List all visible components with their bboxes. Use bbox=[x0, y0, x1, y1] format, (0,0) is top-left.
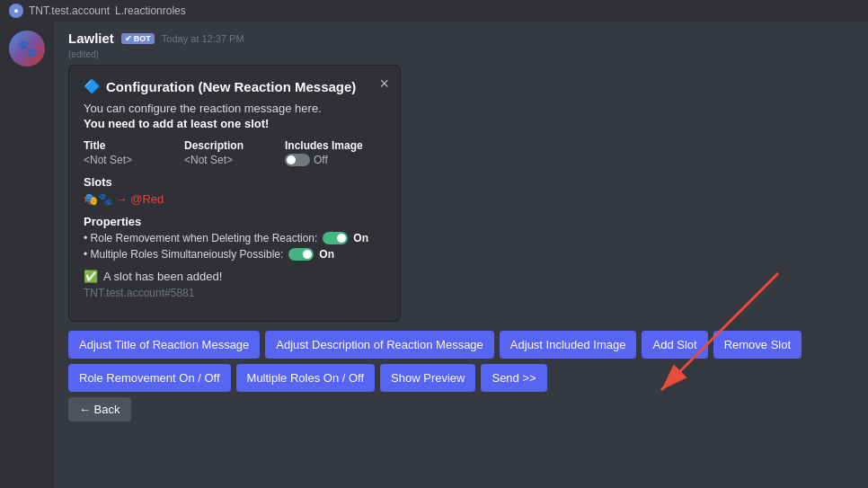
success-text: A slot has been added! bbox=[103, 270, 222, 283]
info-table: Title Description Includes Image <Not Se… bbox=[84, 139, 385, 166]
success-message: ✅ A slot has been added! bbox=[84, 270, 385, 283]
toggle-on-2 bbox=[288, 248, 314, 261]
prop1-text: • Role Removement when Deleting the Reac… bbox=[84, 232, 317, 244]
account-name: TNT.test.account bbox=[29, 4, 110, 17]
message-header: Lawliet ✔ BOT Today at 12:37 PM bbox=[68, 31, 854, 46]
card-title-icon: 🔷 bbox=[84, 78, 101, 94]
chat-area: 🐾 Lawliet ✔ BOT Today at 12:37 PM (edite… bbox=[0, 22, 868, 488]
role-removement-button[interactable]: Role Removement On / Off bbox=[68, 364, 231, 392]
col-image-header: Includes Image bbox=[285, 139, 385, 152]
checkmark-icon: ✔ bbox=[125, 34, 132, 43]
card-desc1: You can configure the reaction message h… bbox=[84, 102, 385, 115]
card-desc2: You need to add at least one slot! bbox=[84, 117, 385, 130]
timestamp: Today at 12:37 PM bbox=[162, 33, 244, 44]
multiple-roles-button[interactable]: Multiple Roles On / Off bbox=[236, 364, 376, 392]
message-area: Lawliet ✔ BOT Today at 12:37 PM (edited)… bbox=[54, 22, 868, 488]
card-title: 🔷 Configuration (New Reaction Message) bbox=[84, 78, 385, 94]
discord-icon: ● bbox=[9, 4, 23, 18]
adjust-description-button[interactable]: Adjust Description of Reaction Message bbox=[265, 331, 494, 359]
col-title-value: <Not Set> bbox=[84, 154, 184, 166]
button-row-1: Adjust Title of Reaction Message Adjust … bbox=[68, 331, 854, 359]
edited-tag: (edited) bbox=[68, 49, 854, 59]
top-bar: ● TNT.test.account L.reactionroles bbox=[0, 0, 868, 22]
success-icon: ✅ bbox=[84, 270, 98, 283]
sidebar: 🐾 bbox=[0, 22, 54, 488]
button-row-2: Role Removement On / Off Multiple Roles … bbox=[68, 364, 854, 392]
show-preview-button[interactable]: Show Preview bbox=[380, 364, 475, 392]
remove-slot-button[interactable]: Remove Slot bbox=[713, 331, 802, 359]
property-role-removement: • Role Removement when Deleting the Reac… bbox=[84, 232, 385, 244]
prop1-status: On bbox=[353, 232, 368, 244]
slots-title: Slots bbox=[84, 175, 385, 189]
toggle-off-circle bbox=[285, 154, 310, 166]
prop2-status: On bbox=[319, 248, 334, 261]
property-multiple-roles: • Multiple Roles Simultaneiously Possibl… bbox=[84, 248, 385, 261]
col-desc-value: <Not Set> bbox=[184, 154, 285, 166]
channel-name: L.reactionroles bbox=[115, 4, 186, 17]
adjust-title-button[interactable]: Adjust Title of Reaction Message bbox=[68, 331, 260, 359]
avatar: 🐾 bbox=[9, 31, 45, 67]
adjust-image-button[interactable]: Adjust Included Image bbox=[500, 331, 637, 359]
toggle-on-1 bbox=[323, 232, 348, 244]
send-button[interactable]: Send >> bbox=[481, 364, 546, 392]
slot-emoji: 🎭🐾 → bbox=[84, 192, 130, 206]
col-desc-header: Description bbox=[184, 139, 285, 152]
toggle-image: Off bbox=[285, 154, 385, 166]
slot-entry: 🎭🐾 → @Red bbox=[84, 192, 385, 206]
avatar-emoji: 🐾 bbox=[17, 39, 37, 58]
bot-badge: ✔ BOT bbox=[121, 33, 155, 44]
slot-role: @Red bbox=[130, 192, 164, 206]
user-tag: TNT.test.account#5881 bbox=[84, 287, 385, 299]
prop2-text: • Multiple Roles Simultaneiously Possibl… bbox=[84, 248, 283, 261]
button-row-3: ← Back bbox=[68, 397, 854, 421]
close-button[interactable]: × bbox=[379, 75, 389, 93]
toggle-off-label: Off bbox=[314, 154, 328, 166]
back-button[interactable]: ← Back bbox=[68, 397, 131, 421]
col-title-header: Title bbox=[84, 139, 184, 152]
add-slot-button[interactable]: Add Slot bbox=[642, 331, 707, 359]
properties-title: Properties bbox=[84, 215, 385, 228]
username: Lawliet bbox=[68, 31, 114, 46]
buttons-section: Adjust Title of Reaction Message Adjust … bbox=[68, 331, 854, 421]
config-card: × 🔷 Configuration (New Reaction Message)… bbox=[68, 65, 401, 322]
